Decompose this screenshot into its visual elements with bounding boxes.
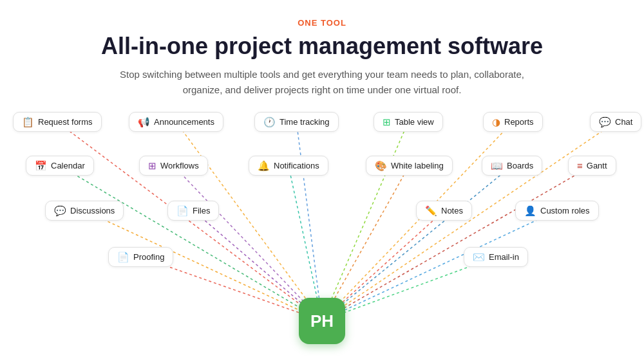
reports-icon: ◑ <box>492 117 500 127</box>
reports-label: Reports <box>504 117 534 127</box>
notifications-icon: 🔔 <box>258 161 270 170</box>
discussions-icon: 💬 <box>54 206 66 215</box>
chat-label: Chat <box>615 117 632 127</box>
discussions-label: Discussions <box>70 206 115 215</box>
custom-roles-label: Custom roles <box>540 206 590 215</box>
files-icon: 📄 <box>176 206 189 215</box>
announcements-label: Announcements <box>154 117 214 127</box>
time-tracking-label: Time tracking <box>279 117 330 127</box>
svg-line-7 <box>173 166 322 321</box>
email-in-icon: ✉️ <box>473 252 485 262</box>
svg-line-6 <box>60 166 322 321</box>
chat-icon: 💬 <box>599 117 611 127</box>
svg-line-11 <box>322 166 592 321</box>
white-labeling-label: White labeling <box>391 161 444 170</box>
announcements-icon: 📢 <box>138 117 150 127</box>
chip-files[interactable]: 📄Files <box>167 201 219 221</box>
request-forms-label: Request forms <box>38 117 93 127</box>
chips-area: 📋Request forms📢Announcements🕐Time tracki… <box>13 112 631 351</box>
notes-icon: ✏️ <box>425 206 437 215</box>
boards-label: Boards <box>507 161 533 170</box>
workflows-icon: ⊞ <box>148 161 156 170</box>
svg-line-10 <box>322 166 512 321</box>
chip-boards[interactable]: 📖Boards <box>482 156 542 176</box>
svg-line-3 <box>322 122 408 321</box>
chip-table-view[interactable]: ⊞Table view <box>374 112 443 132</box>
chip-time-tracking[interactable]: 🕐Time tracking <box>254 112 339 132</box>
chip-discussions[interactable]: 💬Discussions <box>45 201 124 221</box>
time-tracking-icon: 🕐 <box>263 117 276 127</box>
chip-gantt[interactable]: ≡Gantt <box>568 156 616 176</box>
calendar-label: Calendar <box>51 161 85 170</box>
page-title: All-in-one project management software <box>101 33 543 59</box>
workflows-label: Workflows <box>160 161 199 170</box>
calendar-icon: 📅 <box>35 161 47 170</box>
eyebrow-label: ONE TOOL <box>298 18 346 28</box>
table-view-icon: ⊞ <box>383 117 391 127</box>
chip-custom-roles[interactable]: 👤Custom roles <box>515 201 599 221</box>
gantt-label: Gantt <box>587 161 607 170</box>
chip-notifications[interactable]: 🔔Notifications <box>249 156 328 176</box>
svg-line-4 <box>322 122 513 321</box>
proofing-icon: 📄 <box>117 252 129 262</box>
chip-white-labeling[interactable]: 🎨White labeling <box>366 156 453 176</box>
chip-calendar[interactable]: 📅Calendar <box>26 156 94 176</box>
notifications-label: Notifications <box>274 161 319 170</box>
notes-label: Notes <box>441 206 463 215</box>
chip-chat[interactable]: 💬Chat <box>590 112 641 132</box>
files-label: Files <box>193 206 210 215</box>
table-view-label: Table view <box>395 117 434 127</box>
svg-line-2 <box>296 122 322 321</box>
ph-logo: PH <box>299 298 345 344</box>
proofing-label: Proofing <box>133 252 164 262</box>
page: ONE TOOL All-in-one project management s… <box>0 0 644 357</box>
email-in-label: Email-in <box>489 252 519 262</box>
chip-workflows[interactable]: ⊞Workflows <box>139 156 208 176</box>
chip-announcements[interactable]: 📢Announcements <box>129 112 223 132</box>
chip-notes[interactable]: ✏️Notes <box>416 201 472 221</box>
chip-request-forms[interactable]: 📋Request forms <box>13 112 102 132</box>
chip-email-in[interactable]: ✉️Email-in <box>464 247 528 267</box>
gantt-icon: ≡ <box>577 161 583 170</box>
svg-line-0 <box>57 122 322 321</box>
svg-line-5 <box>322 122 616 321</box>
svg-line-1 <box>176 122 322 321</box>
white-labeling-icon: 🎨 <box>375 161 387 170</box>
request-forms-icon: 📋 <box>22 117 34 127</box>
ph-logo-text: PH <box>310 311 334 331</box>
chip-proofing[interactable]: 📄Proofing <box>108 247 173 267</box>
page-subtitle: Stop switching between multiple tools an… <box>116 67 528 98</box>
chip-reports[interactable]: ◑Reports <box>483 112 543 132</box>
boards-icon: 📖 <box>491 161 503 170</box>
custom-roles-icon: 👤 <box>524 206 536 215</box>
